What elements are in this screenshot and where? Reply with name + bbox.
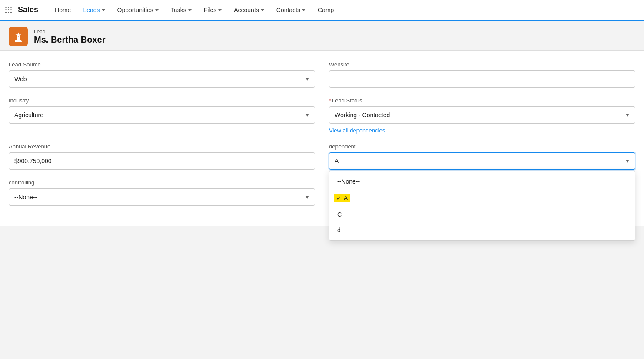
nav-label-home: Home [55,7,71,13]
option-d-label: d [337,227,341,234]
dependent-option-a[interactable]: ✓ A [329,189,635,207]
form-area: Lead Source Web ▼ Website Industry Agric… [0,51,644,226]
nav-item-camp[interactable]: Camp [312,0,340,21]
contacts-chevron-icon [302,9,305,11]
dependent-option-a-highlight: ✓ A [334,194,350,202]
dependent-select-wrapper: A ▼ [329,152,635,170]
lead-source-label: Lead Source [9,61,315,68]
industry-select[interactable]: Agriculture [9,106,315,124]
nav-item-accounts[interactable]: Accounts [228,0,270,21]
industry-select-wrapper: Agriculture ▼ [9,106,315,124]
nav-label-camp: Camp [318,7,334,13]
checkmark-icon: ✓ [336,195,341,201]
form-row-3: Annual Revenue dependent A ▼ --None-- ✓ … [9,143,635,170]
star-person-svg [13,31,24,42]
record-type-label: Lead [34,29,106,35]
lead-source-field: Lead Source Web ▼ [9,61,315,88]
controlling-label: controlling [9,179,315,186]
controlling-select[interactable]: --None-- [9,188,315,206]
dependent-dropdown-popup: --None-- ✓ A C d [329,171,635,241]
nav-item-home[interactable]: Home [49,0,77,21]
nav-item-tasks[interactable]: Tasks [165,0,198,21]
lead-source-select[interactable]: Web [9,70,315,88]
dependent-label: dependent [329,143,635,150]
files-chevron-icon [218,9,222,11]
nav-label-files: Files [204,7,217,13]
nav-label-tasks: Tasks [171,7,186,13]
dependent-option-c[interactable]: C [329,207,635,222]
lead-status-label: *Lead Status [329,97,635,104]
dependent-option-none[interactable]: --None-- [329,174,635,189]
lead-source-select-wrapper: Web ▼ [9,70,315,88]
website-input[interactable] [329,70,635,88]
app-grid-icon[interactable] [5,7,12,13]
website-label: Website [329,61,635,68]
annual-revenue-label: Annual Revenue [9,143,315,150]
website-field: Website [329,61,635,88]
tasks-chevron-icon [188,9,192,11]
option-none-label: --None-- [337,178,360,185]
form-row-1: Lead Source Web ▼ Website [9,61,635,88]
nav-label-accounts: Accounts [234,7,259,13]
page-header: Lead Ms. Bertha Boxer [0,21,644,51]
annual-revenue-field: Annual Revenue [9,143,315,170]
app-brand: Sales [18,5,38,14]
nav-label-contacts: Contacts [276,7,300,13]
lead-status-select-wrapper: Working - Contacted ▼ [329,106,635,124]
controlling-field: controlling --None-- ▼ [9,179,315,206]
nav-label-leads: Leads [83,7,100,13]
lead-status-field: *Lead Status Working - Contacted ▼ View … [329,97,635,134]
dependent-field: dependent A ▼ --None-- ✓ A [329,143,635,170]
lead-status-select[interactable]: Working - Contacted [329,106,635,124]
industry-label: Industry [9,97,315,104]
opportunities-chevron-icon [155,9,159,11]
controlling-select-wrapper: --None-- ▼ [9,188,315,206]
view-dependencies-link[interactable]: View all dependencies [329,127,635,134]
industry-field: Industry Agriculture ▼ [9,97,315,134]
nav-item-files[interactable]: Files [198,0,228,21]
dependent-option-d[interactable]: d [329,222,635,238]
page-header-text: Lead Ms. Bertha Boxer [34,29,106,45]
required-marker: * [329,97,331,104]
nav-item-leads[interactable]: Leads [77,0,111,21]
leads-chevron-icon [102,9,105,11]
dependent-select[interactable]: A [329,152,635,170]
accounts-chevron-icon [261,9,264,11]
top-navigation: Sales Home Leads Opportunities Tasks Fil… [0,0,644,21]
nav-label-opportunities: Opportunities [117,7,153,13]
option-c-label: C [337,211,342,218]
nav-item-opportunities[interactable]: Opportunities [111,0,165,21]
record-title: Ms. Bertha Boxer [34,35,106,45]
nav-item-contacts[interactable]: Contacts [270,0,312,21]
lead-record-icon [9,27,28,46]
option-a-label: A [344,194,348,201]
annual-revenue-input[interactable] [9,152,315,170]
dependent-value: A [335,158,339,165]
form-row-2: Industry Agriculture ▼ *Lead Status Work… [9,97,635,134]
